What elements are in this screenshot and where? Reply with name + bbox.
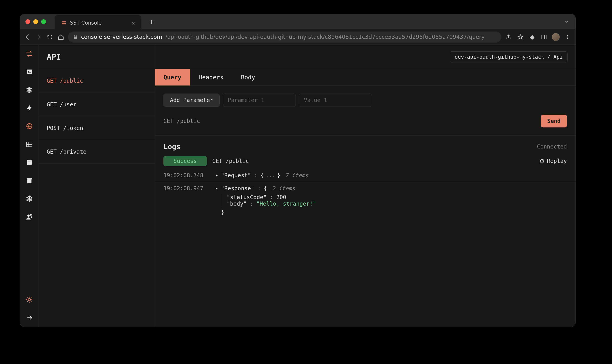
- svg-point-18: [31, 199, 32, 201]
- tab-query[interactable]: Query: [155, 69, 190, 86]
- url-bar[interactable]: console.serverless-stack.com/api-oauth-g…: [68, 31, 501, 42]
- svg-point-20: [28, 299, 30, 301]
- route-method: POST: [47, 125, 60, 131]
- send-button[interactable]: Send: [541, 115, 567, 128]
- app: API GET /public GET /user POST /token GE…: [20, 45, 575, 327]
- iconbar-tables-icon[interactable]: [25, 140, 34, 149]
- iconbar-users-icon[interactable]: [25, 212, 34, 221]
- menu-icon[interactable]: [564, 33, 571, 41]
- url-path: /api-oauth-github/dev/api/dev-api-oauth-…: [165, 34, 485, 40]
- avatar[interactable]: [552, 33, 560, 41]
- iconbar-functions-icon[interactable]: [25, 104, 34, 113]
- replay-label: Replay: [547, 158, 567, 164]
- minimize-window[interactable]: [33, 19, 38, 24]
- page-title: API: [47, 52, 61, 62]
- tab-headers[interactable]: Headers: [190, 69, 232, 86]
- iconbar-theme-icon[interactable]: [25, 295, 34, 304]
- reload-icon[interactable]: [46, 33, 54, 41]
- json-value-body: "Hello, stranger!": [256, 200, 316, 207]
- svg-rect-5: [27, 69, 32, 74]
- log-timestamp: 19:02:08.947: [163, 185, 203, 192]
- main-panel: dev-api-oauth-github-my-stack / Api Quer…: [155, 45, 575, 327]
- parameter-value-input[interactable]: [299, 93, 372, 107]
- share-icon[interactable]: [504, 33, 512, 41]
- home-icon[interactable]: [57, 33, 65, 41]
- iconbar-api-icon[interactable]: [25, 122, 34, 130]
- parameter-name-input[interactable]: [223, 93, 296, 107]
- json-meta: 7 items: [285, 172, 308, 179]
- forward-icon[interactable]: [35, 33, 43, 41]
- params-row: Add Parameter: [155, 86, 575, 115]
- extensions-icon[interactable]: [528, 33, 536, 41]
- json-meta: 2 items: [272, 185, 295, 192]
- svg-point-10: [27, 160, 32, 162]
- replay-button[interactable]: Replay: [539, 158, 567, 164]
- route-path: /private: [60, 148, 87, 155]
- svg-point-4: [567, 38, 568, 39]
- close-tab-icon[interactable]: ✕: [132, 20, 135, 26]
- svg-rect-11: [27, 180, 31, 183]
- svg-point-16: [31, 197, 32, 198]
- log-timestamp: 19:02:08.748: [163, 172, 203, 179]
- svg-rect-0: [542, 35, 546, 39]
- json-value-statuscode: 200: [276, 194, 286, 200]
- chevron-down-icon[interactable]: [564, 18, 570, 25]
- lock-icon: [73, 35, 78, 39]
- new-tab-button[interactable]: +: [149, 18, 154, 26]
- browser-tab[interactable]: SST Console ✕: [54, 15, 141, 30]
- status-badge: Success: [163, 156, 207, 166]
- request-description: GET /public: [163, 118, 538, 124]
- iconbar-stacks-icon[interactable]: [25, 86, 34, 94]
- route-item-public[interactable]: GET /public: [39, 69, 155, 93]
- json-key-statuscode: "statusCode": [227, 194, 267, 200]
- route-method: GET: [47, 78, 57, 84]
- panel-icon[interactable]: [540, 33, 548, 41]
- svg-point-2: [567, 35, 568, 36]
- routes-panel: API GET /public GET /user POST /token GE…: [39, 45, 155, 327]
- svg-rect-12: [27, 178, 32, 180]
- log-route: GET /public: [212, 158, 534, 164]
- route-path: /token: [63, 125, 83, 131]
- route-path: /user: [60, 101, 77, 108]
- routes-header: API: [39, 45, 155, 69]
- maximize-window[interactable]: [41, 19, 46, 24]
- toolbar-right: [504, 33, 571, 41]
- replay-icon: [539, 158, 544, 164]
- svg-point-15: [27, 197, 27, 198]
- route-item-token[interactable]: POST /token: [39, 117, 155, 140]
- tab-body[interactable]: Body: [232, 69, 264, 86]
- logs-header: Logs Connected: [155, 135, 575, 156]
- back-icon[interactable]: [24, 33, 32, 41]
- traffic-lights: [26, 19, 46, 24]
- iconbar-buckets-icon[interactable]: [25, 176, 34, 185]
- main-header: dev-api-oauth-github-my-stack / Api: [155, 45, 575, 69]
- iconbar-terminal-icon[interactable]: [25, 67, 34, 76]
- add-parameter-button[interactable]: Add Parameter: [163, 93, 220, 107]
- browser-window: SST Console ✕ + console.serverless-stack…: [20, 14, 576, 327]
- tabs-row: Query Headers Body: [155, 69, 575, 86]
- tab-title: SST Console: [70, 20, 129, 26]
- svg-point-19: [27, 214, 29, 217]
- log-entry-response: 19:02:08.947 "Response" : { 2 items "sta…: [155, 182, 575, 219]
- request-row: GET /public Send: [155, 115, 575, 135]
- route-item-user[interactable]: GET /user: [39, 93, 155, 117]
- connection-status: Connected: [537, 143, 567, 150]
- iconbar-collapse-icon[interactable]: [25, 313, 34, 322]
- log-entry-request: 19:02:08.748 "Request" : { ... } 7 items: [155, 169, 575, 182]
- breadcrumb[interactable]: dev-api-oauth-github-my-stack / Api: [450, 52, 568, 63]
- caret-right-icon[interactable]: [215, 173, 219, 178]
- svg-point-13: [29, 195, 30, 197]
- url-domain: console.serverless-stack.com: [81, 34, 162, 40]
- iconbar-logo[interactable]: [25, 50, 34, 58]
- iconbar-graphql-icon[interactable]: [25, 195, 34, 203]
- json-key-body: "body": [227, 200, 247, 207]
- iconbar-database-icon[interactable]: [25, 158, 34, 167]
- route-item-private[interactable]: GET /private: [39, 140, 155, 164]
- route-path: /public: [60, 78, 83, 84]
- logs-title: Logs: [163, 143, 537, 151]
- tab-favicon-icon: [61, 20, 67, 26]
- star-icon[interactable]: [516, 33, 524, 41]
- close-window[interactable]: [26, 19, 30, 24]
- browser-toolbar: console.serverless-stack.com/api-oauth-g…: [20, 29, 575, 45]
- caret-down-icon[interactable]: [215, 186, 219, 191]
